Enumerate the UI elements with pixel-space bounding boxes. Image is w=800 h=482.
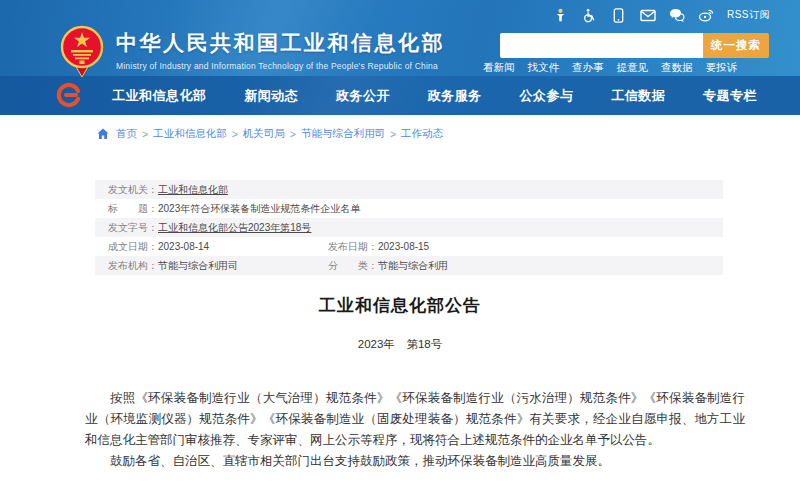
breadcrumb-separator: >: [290, 128, 296, 140]
breadcrumb-energy-dept[interactable]: 节能与综合利用司: [301, 127, 385, 141]
category-label: 分 类：: [328, 259, 378, 273]
site-title: 中华人民共和国工业和信息化部: [116, 29, 445, 57]
doc-number-value[interactable]: 工业和信息化部公告2023年第18号: [158, 221, 311, 235]
nav-item-gov-affairs[interactable]: 政务公开: [336, 87, 390, 105]
category-value: 节能与综合利用: [378, 259, 448, 273]
body-paragraph-2: 鼓励各省、自治区、直辖市相关部门出台支持鼓励政策，推动环保装备制造业高质量发展。: [85, 451, 745, 472]
doc-title-value: 2023年符合环保装备制造业规范条件企业名单: [158, 202, 360, 216]
doc-title-label: 标 题：: [108, 202, 158, 216]
issuing-org-value[interactable]: 工业和信息化部: [158, 183, 228, 197]
accessibility-mode-icon[interactable]: [553, 7, 569, 23]
nav-item-miit[interactable]: 工业和信息化部: [112, 87, 207, 105]
breadcrumb-separator: >: [390, 128, 396, 140]
publish-date-value: 2023-08-15: [378, 241, 429, 252]
doc-number-label: 发文字号：: [108, 221, 158, 235]
announcement-number: 2023年 第18号: [0, 337, 800, 352]
search-button[interactable]: 统一搜索: [703, 33, 769, 58]
breadcrumb-home[interactable]: 首页: [116, 127, 137, 141]
home-icon[interactable]: [97, 128, 109, 140]
breadcrumb-work-updates: 工作动态: [401, 127, 443, 141]
site-masthead[interactable]: 中华人民共和国工业和信息化部 Ministry of Industry and …: [116, 29, 445, 71]
search-quick-links: 看新闻 找文件 查办事 提意见 查数据 要投诉: [483, 61, 737, 75]
wheelchair-icon[interactable]: [582, 7, 598, 23]
table-row: 成文日期： 2023-08-14 发布日期： 2023-08-15: [95, 237, 723, 256]
written-date-value: 2023-08-14: [158, 241, 209, 252]
breadcrumb-separator: >: [232, 128, 238, 140]
publisher-value: 节能与综合利用司: [158, 259, 238, 273]
breadcrumb-separator: >: [142, 128, 148, 140]
national-emblem: [58, 24, 106, 78]
quick-link-documents[interactable]: 找文件: [528, 61, 560, 75]
nav-item-special-topics[interactable]: 专题专栏: [703, 87, 757, 105]
quick-link-news[interactable]: 看新闻: [483, 61, 515, 75]
quick-link-suggestions[interactable]: 提意见: [617, 61, 649, 75]
quick-link-data[interactable]: 查数据: [661, 61, 693, 75]
mobile-icon[interactable]: [611, 7, 627, 23]
nav-item-data[interactable]: 工信数据: [611, 87, 665, 105]
quick-link-services[interactable]: 查办事: [572, 61, 604, 75]
wechat-icon[interactable]: [669, 7, 685, 23]
table-row: 标 题： 2023年符合环保装备制造业规范条件企业名单: [95, 199, 723, 218]
written-date-label: 成文日期：: [108, 240, 158, 254]
table-row: 发文机关： 工业和信息化部: [95, 180, 723, 199]
nav-item-public-participation[interactable]: 公众参与: [520, 87, 574, 105]
weibo-icon[interactable]: [698, 7, 714, 23]
rss-subscribe-link[interactable]: RSS订阅: [727, 8, 770, 22]
body-paragraph-1: 按照《环保装备制造行业（大气治理）规范条件》《环保装备制造行业（污水治理）规范条…: [85, 388, 745, 451]
search-input[interactable]: [500, 33, 703, 58]
publish-date-label: 发布日期：: [328, 240, 378, 254]
mail-icon[interactable]: [640, 7, 656, 23]
breadcrumb: 首页 > 工业和信息化部 > 机关司局 > 节能与综合利用司 > 工作动态: [97, 127, 443, 141]
table-row: 发文字号： 工业和信息化部公告2023年第18号: [95, 218, 723, 237]
issuing-org-label: 发文机关：: [108, 183, 158, 197]
announcement-body: 按照《环保装备制造行业（大气治理）规范条件》《环保装备制造行业（污水治理）规范条…: [85, 388, 745, 472]
header-banner: RSS订阅 中华人民共和国工业和信息化部 Ministry of Industr…: [0, 0, 800, 76]
document-info-table: 发文机关： 工业和信息化部 标 题： 2023年符合环保装备制造业规范条件企业名…: [95, 180, 723, 275]
nav-item-gov-services[interactable]: 政务服务: [428, 87, 482, 105]
table-row: 发布机构： 节能与综合利用司 分 类： 节能与综合利用: [95, 256, 723, 275]
miit-logo-icon[interactable]: [56, 82, 82, 108]
breadcrumb-miit[interactable]: 工业和信息化部: [153, 127, 227, 141]
publisher-label: 发布机构：: [108, 259, 158, 273]
main-navigation: 工业和信息化部 新闻动态 政务公开 政务服务 公众参与 工信数据 专题专栏: [0, 76, 800, 115]
nav-menu: 工业和信息化部 新闻动态 政务公开 政务服务 公众参与 工信数据 专题专栏: [112, 87, 757, 105]
announcement-title: 工业和信息化部公告: [0, 294, 800, 317]
site-subtitle-en: Ministry of Industry and Information Tec…: [116, 61, 445, 71]
topbar-utility-icons: RSS订阅: [553, 7, 770, 23]
nav-item-news[interactable]: 新闻动态: [244, 87, 298, 105]
unified-search: 统一搜索: [500, 33, 769, 58]
quick-link-complaints[interactable]: 要投诉: [706, 61, 738, 75]
breadcrumb-departments[interactable]: 机关司局: [243, 127, 285, 141]
